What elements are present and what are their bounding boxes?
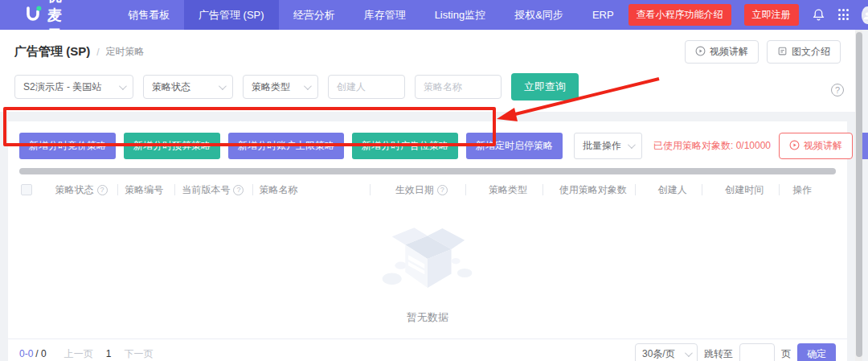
store-select[interactable]: S2演示店 - 美国站	[14, 75, 133, 99]
empty-state: 暂无数据	[8, 205, 847, 339]
doc-image-icon	[777, 46, 788, 59]
col-object-count[interactable]: 使用策略对象数	[543, 183, 636, 197]
miniprogram-intro-button[interactable]: 查看小程序功能介绍	[628, 4, 731, 26]
nav-item-sales-board[interactable]: 销售看板	[113, 0, 184, 30]
apps-grid-icon[interactable]	[838, 9, 849, 21]
horizontal-scrollbar[interactable]	[19, 168, 836, 174]
nav-item-ad-management[interactable]: 广告管理 (SP)	[184, 0, 279, 30]
user-menu[interactable]: S2游客	[862, 2, 868, 27]
nav-item-inventory[interactable]: 库存管理	[350, 0, 420, 30]
add-hourly-account-cap-strategy-button[interactable]: 新增分时账户上限策略	[228, 133, 344, 159]
app-logo[interactable]: 优麦云	[24, 0, 63, 44]
col-strategy-id[interactable]: 策略编号	[118, 183, 175, 197]
strategy-name-input[interactable]	[424, 81, 493, 92]
col-current-version[interactable]: 当前版本号 ?	[175, 183, 252, 197]
batch-actions-dropdown[interactable]: 批量操作	[574, 133, 642, 159]
nav-item-business-analysis[interactable]: 经营分析	[279, 0, 350, 30]
vertical-scrollbar-track[interactable]	[855, 31, 862, 361]
next-page-button[interactable]: 下一页	[124, 347, 153, 361]
app-title: 优麦云	[47, 0, 63, 44]
strategy-status-select[interactable]: 策略状态	[143, 75, 233, 99]
col-strategy-status[interactable]: 策略状态 ?	[49, 183, 119, 197]
col-create-time[interactable]: 创建时间	[702, 183, 780, 197]
empty-box-illustration	[375, 219, 480, 299]
add-hourly-budget-strategy-button[interactable]: 新增分时预算策略	[124, 133, 220, 159]
pagination: 0-0 / 0 上一页 1 下一页 30条/页 跳转至 页 确定	[8, 339, 847, 361]
strategy-panel: 新增分时竞价策略 新增分时预算策略 新增分时账户上限策略 新增分时广告位策略 新…	[8, 121, 847, 361]
jump-label: 跳转至	[704, 347, 733, 361]
breadcrumb: 广告管理 (SP) / 定时策略 视频讲解 图文介绍	[0, 30, 855, 72]
top-navbar: 优麦云 销售看板 广告管理 (SP) 经营分析 库存管理 Listing监控 授…	[0, 0, 868, 30]
nav-item-listing-monitor[interactable]: Listing监控	[420, 0, 501, 30]
col-strategy-name[interactable]: 策略名称	[253, 183, 371, 197]
col-creator[interactable]: 创建人	[636, 183, 702, 197]
page-size-select[interactable]: 30条/页	[635, 343, 698, 361]
creator-input[interactable]	[337, 81, 396, 92]
chevron-down-icon	[685, 349, 693, 357]
doc-intro-button[interactable]: 图文介绍	[767, 40, 841, 64]
play-circle-icon	[695, 46, 706, 59]
page-unit-label: 页	[781, 347, 791, 361]
breadcrumb-section: 广告管理 (SP)	[14, 44, 90, 59]
video-guide-button[interactable]: 视频讲解	[685, 40, 759, 64]
col-strategy-type[interactable]: 策略类型	[466, 183, 543, 197]
page-number[interactable]: 1	[106, 348, 112, 359]
page-header: 广告管理 (SP) / 定时策略 视频讲解 图文介绍	[0, 30, 855, 112]
breadcrumb-current: 定时策略	[106, 45, 145, 59]
jump-page-input[interactable]	[739, 343, 775, 361]
nav-item-erp[interactable]: ERP	[578, 0, 628, 30]
col-effective-date[interactable]: 生效日期 ?	[371, 183, 466, 197]
avatar	[862, 6, 868, 24]
question-circle-icon[interactable]: ?	[831, 84, 844, 96]
add-hourly-placement-strategy-button[interactable]: 新增分时广告位策略	[352, 133, 458, 159]
info-icon[interactable]: ?	[233, 185, 244, 195]
empty-text: 暂无数据	[407, 310, 448, 325]
chevron-down-icon	[219, 82, 227, 90]
chevron-down-icon	[119, 82, 127, 90]
strategy-type-select[interactable]: 策略类型	[243, 75, 318, 99]
play-circle-icon	[789, 140, 800, 153]
register-button[interactable]: 立即注册	[744, 4, 799, 26]
add-hourly-bid-strategy-button[interactable]: 新增分时竞价策略	[19, 133, 116, 159]
confirm-jump-button[interactable]: 确定	[797, 343, 836, 361]
pagination-total: / 0	[35, 348, 46, 359]
breadcrumb-separator: /	[96, 47, 99, 58]
chevron-down-icon	[304, 82, 312, 90]
vertical-scrollbar-thumb[interactable]	[856, 32, 862, 357]
usage-counter: 已使用策略对象数: 0/10000	[653, 139, 771, 153]
prev-page-button[interactable]: 上一页	[64, 347, 93, 361]
main-nav: 销售看板 广告管理 (SP) 经营分析 库存管理 Listing监控 授权&同步…	[113, 0, 628, 30]
pagination-range: 0-0	[19, 348, 33, 359]
table-header: 策略状态 ? 策略编号 当前版本号 ? 策略名称 生效日期 ? 策略类型 使用策…	[8, 174, 847, 205]
filter-bar: S2演示店 - 美国站 策略状态 策略类型 立即查询	[0, 72, 855, 101]
col-actions[interactable]: 操作	[780, 183, 836, 197]
add-scheduled-onoff-strategy-button[interactable]: 新增定时启停策略	[466, 133, 563, 159]
strategy-toolbar: 新增分时竞价策略 新增分时预算策略 新增分时账户上限策略 新增分时广告位策略 新…	[8, 121, 847, 159]
video-guide-button-toolbar[interactable]: 视频讲解	[779, 133, 853, 159]
u-logo-icon	[24, 5, 42, 25]
info-icon[interactable]: ?	[437, 185, 448, 195]
bell-icon[interactable]	[812, 8, 825, 22]
select-all-checkbox[interactable]	[21, 184, 32, 195]
search-button[interactable]: 立即查询	[511, 73, 579, 101]
info-icon[interactable]: ?	[97, 185, 108, 195]
nav-item-auth-sync[interactable]: 授权&同步	[500, 0, 578, 30]
chevron-down-icon	[628, 141, 636, 149]
